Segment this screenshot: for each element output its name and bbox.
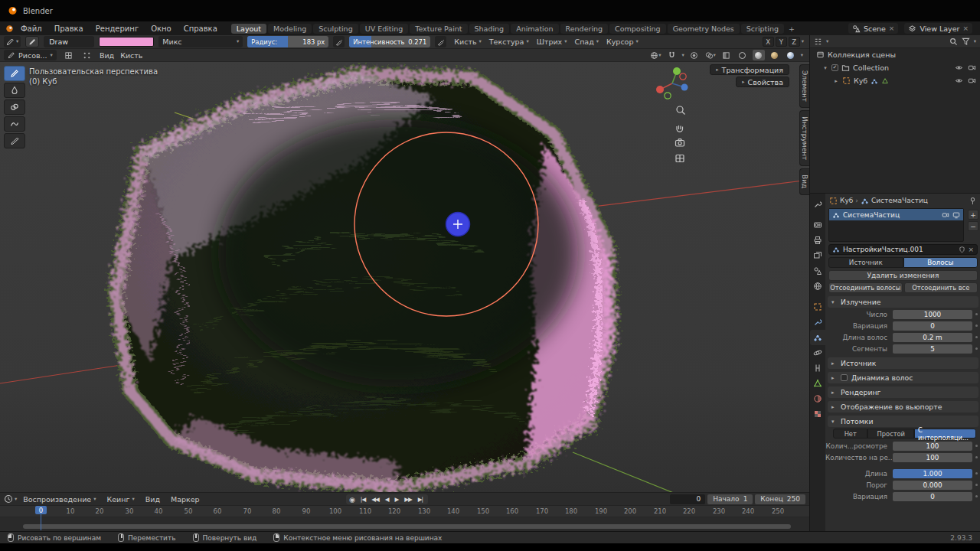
properties-tab-output[interactable] — [810, 233, 825, 248]
orientation-select[interactable]: ▾ — [649, 50, 662, 60]
radius-pressure-toggle[interactable] — [333, 36, 345, 47]
properties-tab-material[interactable] — [810, 391, 825, 406]
collection-checkbox[interactable]: ✓ — [831, 64, 838, 71]
workspace-tab[interactable]: Compositing — [609, 24, 666, 34]
breadcrumb-object[interactable]: Куб — [840, 197, 853, 204]
properties-tab-particles[interactable] — [810, 330, 825, 345]
animate-dot-icon[interactable] — [975, 324, 978, 327]
outliner-row-scene-collection[interactable]: Коллекция сцены — [810, 48, 980, 61]
particle-systems-list[interactable]: СистемаЧастиц — [828, 208, 964, 242]
seed-field[interactable]: 0 — [893, 492, 972, 501]
unlink-icon[interactable]: × — [968, 246, 974, 253]
mirror-z-toggle[interactable]: Z — [789, 37, 800, 47]
filter-caret-icon[interactable]: ▾ — [974, 39, 976, 44]
properties-tab-modifiers[interactable] — [810, 315, 825, 330]
view-layer-unlink-icon[interactable]: × — [962, 24, 969, 32]
animate-dot-icon[interactable] — [975, 495, 978, 497]
hair-dynamics-panel-header[interactable]: ▸ Динамика волос — [828, 372, 978, 383]
prev-keyframe-button[interactable]: ◀◀ — [369, 495, 381, 504]
tab-item[interactable]: Элемент — [799, 64, 809, 108]
keying-menu[interactable]: Кеинг▾ — [102, 495, 139, 504]
current-frame-field[interactable]: 0 — [670, 494, 705, 504]
editor-type-caret-icon[interactable]: ▾ — [15, 497, 17, 502]
children-interpolated-button[interactable]: С интерполяци... — [914, 429, 976, 439]
properties-tab-object-data[interactable] — [810, 376, 825, 391]
scene-unlink-icon[interactable]: × — [889, 24, 895, 32]
monitor-icon[interactable] — [952, 211, 960, 219]
paint-mask-toggle[interactable] — [63, 50, 75, 60]
timeline-ruler[interactable]: 0 10 20 30 40 50 60 70 80 90 100 110 120… — [0, 506, 809, 517]
menu-file[interactable]: Файл — [15, 24, 48, 33]
tab-tool[interactable]: Инструмент — [799, 110, 809, 166]
disconnect-all-button[interactable]: Отсоединить все — [904, 282, 978, 293]
disconnect-hair-button[interactable]: Отсоединить волосы — [828, 282, 903, 293]
properties-tab-render[interactable] — [810, 217, 825, 233]
viewport-display-panel-header[interactable]: ▸ Отображение во вьюпорте — [828, 401, 978, 412]
render-amount-field[interactable]: 100 — [893, 453, 972, 462]
workspace-tab[interactable]: Geometry Nodes — [668, 24, 740, 34]
falloff-menu[interactable]: Спад▾ — [575, 37, 599, 46]
cursor-menu[interactable]: Курсор▾ — [606, 37, 639, 46]
workspace-tab[interactable]: Animation — [511, 24, 558, 34]
type-hair-tab[interactable]: Волосы — [903, 257, 978, 268]
shading-material-button[interactable] — [769, 50, 781, 60]
hair-length-field[interactable]: 0.2 m — [893, 333, 972, 342]
texture-menu[interactable]: Текстура▾ — [489, 37, 529, 46]
animate-dot-icon[interactable] — [975, 313, 978, 315]
tool-annotate-button[interactable] — [4, 133, 25, 148]
breadcrumb-system[interactable]: СистемаЧастиц — [871, 197, 928, 204]
render-panel-header[interactable]: ▸ Рендеринг — [828, 386, 978, 398]
timeline-editor-icon[interactable] — [4, 494, 13, 504]
workspace-tab[interactable]: Rendering — [560, 24, 609, 34]
properties-tab-tool[interactable] — [810, 197, 825, 212]
transform-panel-header[interactable]: ▸ Трансформация — [710, 64, 789, 75]
render-camera-icon[interactable] — [968, 77, 976, 85]
delete-edit-button[interactable]: Удалить изменения — [828, 270, 978, 281]
brush-menu[interactable]: Кисть▾ — [454, 37, 482, 46]
display-amount-field[interactable]: 100 — [893, 442, 972, 451]
render-camera-icon[interactable] — [968, 64, 976, 72]
brush-preview[interactable] — [25, 36, 39, 47]
properties-tab-view-layer[interactable] — [810, 248, 825, 263]
menu-window[interactable]: Окно — [145, 24, 178, 33]
frame-start-field[interactable]: Начало 1 — [707, 494, 753, 504]
scene-selector[interactable]: Scene × — [848, 23, 899, 34]
children-simple-button[interactable]: Простой — [867, 429, 914, 439]
playhead[interactable]: 0 — [35, 506, 47, 531]
proportional-edit-toggle[interactable] — [688, 50, 701, 60]
tool-smear-button[interactable] — [4, 116, 25, 132]
properties-tab-object[interactable] — [810, 299, 825, 315]
next-keyframe-button[interactable]: ▶▶ — [402, 495, 414, 504]
workspace-tab[interactable]: Shading — [469, 24, 510, 34]
view-menu[interactable]: Вид — [100, 51, 114, 60]
tool-blur-button[interactable] — [4, 83, 25, 98]
brush-name-field[interactable]: Draw — [44, 36, 94, 47]
playhead-frame-chip[interactable]: 0 — [35, 506, 47, 514]
particle-system-list-item[interactable]: СистемаЧастиц — [829, 209, 963, 220]
filter-funnel-icon[interactable] — [962, 37, 970, 46]
workspace-tab[interactable]: UV Editing — [360, 24, 409, 34]
viewport-canvas[interactable] — [0, 62, 809, 492]
hairy-cube-object[interactable] — [115, 74, 611, 487]
tool-average-button[interactable] — [4, 99, 25, 115]
marker-menu[interactable]: Маркер — [166, 495, 204, 504]
outliner-editor-icon[interactable] — [814, 37, 822, 46]
menu-render[interactable]: Рендеринг — [90, 24, 145, 33]
workspace-tab[interactable]: Layout — [231, 24, 266, 34]
app-menu-icon[interactable] — [5, 24, 15, 33]
view-layer-selector[interactable]: View Layer × — [904, 23, 972, 34]
fake-user-shield-icon[interactable] — [959, 246, 965, 253]
shading-menu-caret-icon[interactable]: ▾ — [801, 53, 803, 58]
shading-rendered-button[interactable] — [785, 50, 797, 60]
brush-color-swatch[interactable] — [99, 37, 154, 47]
threshold-field[interactable]: 0.000 — [893, 481, 972, 490]
workspace-tab[interactable]: Texture Paint — [410, 24, 467, 34]
object-origin-marker[interactable] — [446, 213, 470, 236]
remove-particle-system-button[interactable]: − — [968, 221, 978, 231]
segments-field[interactable]: 5 — [893, 344, 972, 354]
timeline-scrollbar[interactable] — [23, 524, 791, 529]
add-particle-system-button[interactable]: + — [968, 210, 978, 220]
pin-icon[interactable] — [969, 197, 977, 205]
expand-icon[interactable]: ▸ — [833, 78, 839, 84]
properties-tab-physics[interactable] — [810, 345, 825, 360]
